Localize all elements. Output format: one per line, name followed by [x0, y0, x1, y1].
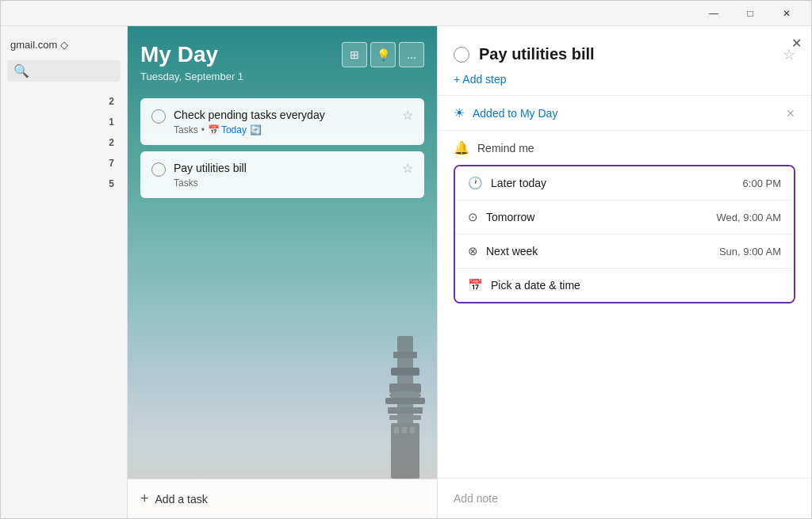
- content-area: gmail.com ◇ 🔍 2 1 2: [1, 26, 811, 518]
- tower-decoration: [377, 336, 433, 479]
- sidebar-item-2-badge: 1: [109, 116, 114, 128]
- added-to-my-day-label: Added to My Day: [473, 107, 557, 120]
- task-1-checkbox[interactable]: [151, 109, 166, 124]
- detail-add-step-section: + Add step: [438, 63, 811, 96]
- task-2-list: Tasks: [174, 177, 198, 189]
- clock-icon: 🕐: [468, 176, 483, 190]
- task-1-separator: •: [201, 124, 205, 135]
- sidebar-item-4-badge: 7: [109, 158, 114, 169]
- calendar-pick-icon: 📅: [468, 278, 483, 292]
- sidebar-item-4[interactable]: 7: [1, 153, 127, 174]
- task-card-1[interactable]: Check pending tasks everyday Tasks • 📅 T…: [140, 98, 424, 145]
- next-week-label: Next week: [486, 245, 538, 258]
- reminder-later-today-left: 🕐 Later today: [468, 176, 546, 190]
- search-icon: 🔍: [13, 63, 29, 78]
- left-sidebar: gmail.com ◇ 🔍 2 1 2: [1, 26, 128, 518]
- sidebar-item-3[interactable]: 2: [1, 132, 127, 153]
- task-1-meta: Tasks • 📅 Today 🔄: [174, 124, 394, 135]
- pick-date-label: Pick a date & time: [491, 279, 580, 292]
- add-note-label[interactable]: Add note: [454, 492, 498, 505]
- detail-task-title-row: Pay utilities bill ☆: [438, 26, 811, 63]
- svg-rect-11: [410, 427, 415, 433]
- task-2-title: Pay utilities bill: [174, 161, 394, 175]
- remind-me-label: Remind me: [477, 142, 534, 155]
- task-1-title: Check pending tasks everyday: [174, 108, 394, 122]
- sun-icon: ☀: [454, 105, 465, 120]
- added-to-my-day-section[interactable]: ☀ Added to My Day ✕: [438, 96, 811, 131]
- svg-rect-5: [385, 398, 425, 404]
- detail-panel: ✕ Pay utilities bill ☆ + Add step ☀ Adde…: [437, 26, 811, 518]
- reminder-option-later-today[interactable]: 🕐 Later today 6:00 PM: [455, 166, 794, 200]
- task-1-list: Tasks: [174, 124, 198, 135]
- later-today-label: Later today: [491, 177, 546, 189]
- task-card-2[interactable]: Pay utilities bill Tasks ☆: [140, 151, 424, 198]
- reminder-option-next-week[interactable]: ⊗ Next week Sun, 9:00 AM: [455, 235, 794, 269]
- my-day-title: My Day: [140, 42, 218, 67]
- my-day-header-icons: ⊞ 💡 ...: [342, 42, 424, 67]
- title-bar-controls: — □ ✕: [695, 1, 805, 26]
- sidebar-item-1-badge: 2: [109, 96, 114, 107]
- svg-rect-9: [394, 427, 399, 433]
- add-task-label: Add a task: [155, 493, 208, 506]
- svg-rect-2: [391, 368, 419, 376]
- svg-rect-7: [389, 415, 421, 420]
- sidebar-item-1[interactable]: 2: [1, 91, 127, 112]
- sidebar-item-5[interactable]: 5: [1, 174, 127, 194]
- bell-icon: 🔔: [454, 140, 469, 155]
- forward-icon: ⊙: [468, 210, 478, 224]
- sidebar-items-list: 2 1 2 7 5: [1, 91, 127, 194]
- calendar-icon: 📅: [208, 124, 220, 135]
- reminder-option-tomorrow[interactable]: ⊙ Tomorrow Wed, 9:00 AM: [455, 200, 794, 235]
- minimize-button[interactable]: —: [695, 1, 732, 26]
- title-bar: — □ ✕: [1, 1, 811, 26]
- task-2-meta: Tasks: [174, 177, 394, 189]
- photo-icon-button[interactable]: ⊞: [342, 42, 367, 67]
- remove-my-day-button[interactable]: ✕: [786, 107, 795, 120]
- detail-footer: Add note: [438, 478, 811, 518]
- search-input[interactable]: [29, 65, 114, 77]
- task-2-checkbox[interactable]: [151, 162, 166, 177]
- task-2-content: Pay utilities bill Tasks: [174, 161, 394, 189]
- task-2-star[interactable]: ☆: [402, 161, 413, 176]
- reminder-pick-date-left: 📅 Pick a date & time: [468, 278, 580, 292]
- close-button[interactable]: ✕: [768, 1, 805, 26]
- sidebar-item-5-badge: 5: [109, 178, 114, 189]
- remind-me-section[interactable]: 🔔 Remind me: [438, 131, 811, 165]
- task-1-content: Check pending tasks everyday Tasks • 📅 T…: [174, 108, 394, 135]
- repeat-icon: 🔄: [250, 124, 262, 135]
- my-day-header: My Day ⊞ 💡 ...: [140, 42, 424, 67]
- reminder-tomorrow-left: ⊙ Tomorrow: [468, 210, 534, 224]
- sidebar-item-3-badge: 2: [109, 137, 114, 148]
- my-day-panel: My Day ⊞ 💡 ... Tuesday, September 1 Chec…: [128, 26, 437, 518]
- bulb-icon-button[interactable]: 💡: [370, 42, 396, 67]
- svg-rect-6: [388, 407, 423, 414]
- svg-rect-10: [402, 427, 407, 433]
- app-window: — □ ✕ gmail.com ◇ 🔍 2 1: [0, 0, 812, 519]
- detail-close-button[interactable]: ✕: [791, 36, 802, 51]
- reminder-dropdown: 🕐 Later today 6:00 PM ⊙ Tomorrow Wed, 9:…: [454, 165, 795, 303]
- detail-task-title: Pay utilities bill: [479, 45, 773, 63]
- plus-icon: +: [140, 490, 149, 507]
- sidebar-item-2[interactable]: 1: [1, 112, 127, 132]
- tomorrow-label: Tomorrow: [486, 211, 534, 223]
- reminder-next-week-left: ⊗ Next week: [468, 244, 538, 258]
- my-day-subtitle: Tuesday, September 1: [140, 71, 424, 82]
- add-step-button[interactable]: + Add step: [454, 73, 507, 86]
- more-options-button[interactable]: ...: [399, 42, 424, 67]
- maximize-button[interactable]: □: [732, 1, 768, 26]
- detail-task-checkbox[interactable]: [454, 47, 469, 63]
- task-1-star[interactable]: ☆: [402, 108, 413, 123]
- svg-rect-1: [393, 352, 417, 358]
- add-task-button[interactable]: + Add a task: [128, 479, 437, 518]
- reminder-option-pick-date[interactable]: 📅 Pick a date & time: [455, 269, 794, 302]
- next-week-time: Sun, 9:00 AM: [719, 246, 781, 258]
- later-today-time: 6:00 PM: [743, 177, 781, 189]
- task-1-today: 📅 Today: [208, 124, 247, 135]
- skip-icon: ⊗: [468, 244, 478, 258]
- tomorrow-time: Wed, 9:00 AM: [717, 212, 781, 223]
- account-label[interactable]: gmail.com ◇: [1, 32, 127, 57]
- search-bar[interactable]: 🔍: [7, 60, 121, 82]
